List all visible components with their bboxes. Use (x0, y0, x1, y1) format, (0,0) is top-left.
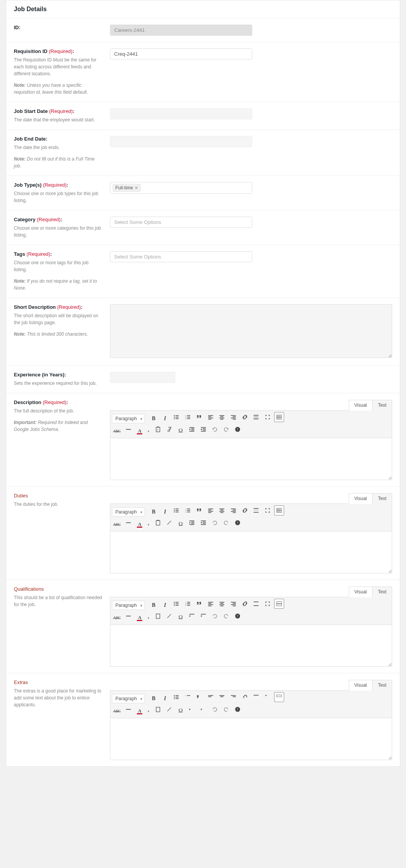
blockquote-icon[interactable] (194, 692, 204, 702)
fullscreen-icon[interactable] (263, 599, 273, 609)
blockquote-icon[interactable] (194, 412, 204, 422)
help-icon[interactable]: ? (233, 611, 243, 621)
align-left-icon[interactable] (206, 692, 216, 702)
indent-icon[interactable] (198, 424, 208, 434)
tab-text[interactable]: Text (372, 680, 392, 691)
hr-icon[interactable] (123, 611, 133, 621)
kitchen-sink-icon[interactable] (274, 692, 284, 702)
format-select[interactable]: Paragraph (112, 507, 145, 517)
special-char-icon[interactable]: Ω (176, 426, 186, 436)
indent-icon[interactable] (198, 704, 208, 714)
text-color-icon[interactable]: A (135, 520, 145, 530)
strikethrough-icon[interactable]: ABC (112, 706, 122, 716)
clear-format-icon[interactable] (164, 424, 174, 434)
paste-text-icon[interactable] (153, 611, 163, 621)
fullscreen-icon[interactable] (263, 505, 273, 515)
text-color-dropdown-icon[interactable]: ▾ (146, 426, 151, 436)
text-color-icon[interactable]: A (135, 426, 145, 436)
align-center-icon[interactable] (217, 505, 227, 515)
bold-icon[interactable]: B (149, 507, 159, 517)
link-icon[interactable] (240, 505, 250, 515)
format-select[interactable]: Paragraph (112, 694, 145, 703)
italic-icon[interactable]: I (160, 414, 170, 424)
indent-icon[interactable] (198, 611, 208, 621)
paste-text-icon[interactable] (153, 518, 163, 528)
help-icon[interactable]: ? (233, 424, 243, 434)
text-color-dropdown-icon[interactable]: ▾ (146, 706, 151, 716)
undo-icon[interactable] (210, 518, 220, 528)
kitchen-sink-icon[interactable] (274, 412, 284, 422)
fullscreen-icon[interactable] (263, 692, 273, 702)
strikethrough-icon[interactable]: ABC (112, 520, 122, 530)
paste-text-icon[interactable] (153, 704, 163, 714)
align-center-icon[interactable] (217, 599, 227, 609)
bullet-list-icon[interactable] (171, 412, 181, 422)
read-more-icon[interactable] (251, 505, 261, 515)
redo-icon[interactable] (221, 611, 231, 621)
category-select[interactable] (110, 217, 252, 228)
format-select[interactable]: Paragraph (112, 601, 145, 610)
number-list-icon[interactable]: 123 (183, 505, 193, 515)
align-left-icon[interactable] (206, 599, 216, 609)
special-char-icon[interactable]: Ω (176, 613, 186, 623)
clear-format-icon[interactable] (164, 611, 174, 621)
align-center-icon[interactable] (217, 692, 227, 702)
bold-icon[interactable]: B (149, 414, 159, 424)
special-char-icon[interactable]: Ω (176, 706, 186, 716)
tag-remove-icon[interactable]: ✕ (135, 186, 138, 190)
bold-icon[interactable]: B (149, 600, 159, 610)
fullscreen-icon[interactable] (263, 412, 273, 422)
job-types-select[interactable]: Full-time ✕ (110, 182, 252, 194)
hr-icon[interactable] (123, 424, 133, 434)
align-right-icon[interactable] (228, 412, 238, 422)
outdent-icon[interactable] (187, 704, 197, 714)
read-more-icon[interactable] (251, 412, 261, 422)
tab-text[interactable]: Text (372, 586, 392, 597)
link-icon[interactable] (240, 412, 250, 422)
format-select[interactable]: Paragraph (112, 414, 145, 423)
bullet-list-icon[interactable] (171, 505, 181, 515)
blockquote-icon[interactable] (194, 599, 204, 609)
duties-editor[interactable] (110, 531, 392, 573)
description-editor[interactable] (110, 438, 392, 480)
extras-editor[interactable] (110, 718, 392, 760)
italic-icon[interactable]: I (160, 507, 170, 517)
bullet-list-icon[interactable] (171, 599, 181, 609)
text-color-icon[interactable]: A (135, 706, 145, 716)
end-date-input[interactable] (110, 136, 252, 147)
align-right-icon[interactable] (228, 692, 238, 702)
tab-text[interactable]: Text (372, 400, 392, 411)
outdent-icon[interactable] (187, 424, 197, 434)
number-list-icon[interactable]: 123 (183, 412, 193, 422)
tab-text[interactable]: Text (372, 493, 392, 504)
help-icon[interactable]: ? (233, 518, 243, 528)
tab-visual[interactable]: Visual (349, 586, 372, 597)
tags-select[interactable] (110, 251, 252, 262)
align-right-icon[interactable] (228, 599, 238, 609)
clear-format-icon[interactable] (164, 704, 174, 714)
experience-input[interactable] (110, 372, 175, 383)
align-right-icon[interactable] (228, 505, 238, 515)
start-date-input[interactable] (110, 108, 252, 119)
link-icon[interactable] (240, 692, 250, 702)
tab-visual[interactable]: Visual (349, 680, 372, 691)
tab-visual[interactable]: Visual (349, 400, 372, 411)
bold-icon[interactable]: B (149, 694, 159, 704)
kitchen-sink-icon[interactable] (274, 505, 284, 515)
hr-icon[interactable] (123, 518, 133, 528)
bullet-list-icon[interactable] (171, 692, 181, 702)
align-center-icon[interactable] (217, 412, 227, 422)
outdent-icon[interactable] (187, 611, 197, 621)
redo-icon[interactable] (221, 424, 231, 434)
text-color-dropdown-icon[interactable]: ▾ (146, 613, 151, 623)
redo-icon[interactable] (221, 704, 231, 714)
indent-icon[interactable] (198, 518, 208, 528)
number-list-icon[interactable]: 123 (183, 599, 193, 609)
text-color-icon[interactable]: A (135, 613, 145, 623)
hr-icon[interactable] (123, 704, 133, 714)
undo-icon[interactable] (210, 424, 220, 434)
kitchen-sink-icon[interactable] (274, 599, 284, 609)
help-icon[interactable]: ? (233, 704, 243, 714)
qualifications-editor[interactable] (110, 624, 392, 667)
strikethrough-icon[interactable]: ABC (112, 426, 122, 436)
